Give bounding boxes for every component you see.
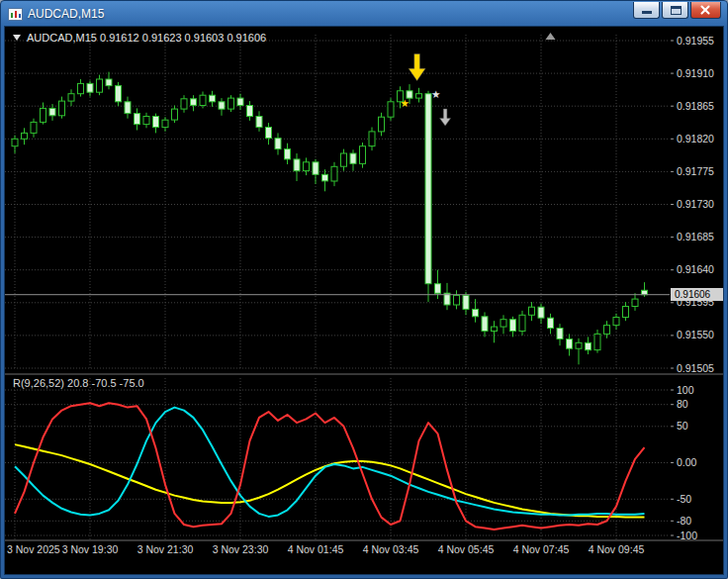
- time-axis-label: 3 Nov 23:30: [213, 543, 269, 555]
- chart-area[interactable]: 0.919550.919100.918650.918200.917750.917…: [4, 26, 724, 575]
- candle-body: [78, 83, 84, 93]
- candle-body: [181, 99, 187, 109]
- indicator-axis-label: -80: [677, 515, 691, 527]
- time-axis-label: 4 Nov 03:45: [363, 543, 419, 555]
- candle-body: [172, 109, 178, 120]
- candle-body: [116, 86, 122, 102]
- indicator-axis-label: 80: [677, 398, 688, 410]
- candle-body: [519, 315, 525, 331]
- candle-body: [275, 139, 281, 149]
- candle-body: [500, 320, 506, 327]
- titlebar[interactable]: AUDCAD,M15: [2, 2, 726, 26]
- candle-body: [576, 342, 582, 348]
- symbol-dropdown-icon[interactable]: [13, 35, 21, 41]
- ohlc-text: AUDCAD,M15 0.91612 0.91623 0.91603 0.916…: [27, 32, 266, 44]
- candle-body: [97, 79, 103, 92]
- candle-body: [482, 317, 488, 332]
- window-controls: [633, 2, 721, 19]
- candle-body: [153, 117, 159, 128]
- candle-body: [613, 318, 619, 326]
- chart-canvas: 0.919550.919100.918650.918200.917750.917…: [5, 27, 724, 575]
- price-axis-label: 0.91505: [677, 362, 714, 374]
- maximize-icon: [671, 6, 682, 15]
- time-axis-label: 4 Nov 05:45: [438, 543, 495, 555]
- time-axis-label: 4 Nov 01:45: [288, 543, 344, 555]
- candle-body: [369, 132, 375, 146]
- signal-arrow-down-silver: [440, 109, 451, 126]
- candle-body: [219, 102, 225, 109]
- maximize-button[interactable]: [662, 2, 688, 19]
- candle-body: [125, 102, 131, 114]
- candle-body: [548, 318, 554, 328]
- candle-body: [510, 320, 516, 332]
- candle-body: [87, 83, 93, 92]
- candle-body: [388, 102, 394, 117]
- candle-body: [463, 295, 469, 309]
- candle-body: [416, 94, 422, 98]
- candle-body: [200, 95, 206, 105]
- candle-body: [285, 149, 291, 159]
- candle-body: [557, 329, 563, 339]
- candle-body: [266, 128, 272, 139]
- candle-body: [31, 122, 37, 133]
- indicator-axis-label: 100: [677, 384, 694, 396]
- time-axis-label: 4 Nov 07:45: [513, 543, 570, 555]
- minimize-icon: [642, 11, 652, 14]
- chart-icon: [8, 8, 23, 21]
- candle-body: [191, 99, 197, 106]
- minimize-button[interactable]: [633, 2, 660, 19]
- price-axis-label: 0.91910: [677, 67, 714, 79]
- candle-body: [623, 307, 629, 318]
- time-axis-label: 3 Nov 2025: [7, 543, 60, 555]
- candle-body: [454, 295, 460, 305]
- candle-body: [210, 95, 216, 102]
- candle-body: [162, 120, 168, 127]
- candle-body: [247, 106, 253, 117]
- price-axis-label: 0.91775: [677, 165, 714, 177]
- time-axis-label: 3 Nov 19:30: [62, 543, 119, 555]
- close-button[interactable]: [690, 2, 721, 19]
- chart-shift-marker: [546, 33, 556, 40]
- candle-body: [313, 162, 318, 175]
- candle-body: [642, 290, 648, 294]
- candle-body: [135, 114, 140, 125]
- candle-body: [586, 342, 592, 349]
- candle-body: [538, 307, 544, 318]
- indicator-line-cyan: [15, 408, 645, 517]
- candle-body: [604, 326, 610, 335]
- candle-body: [435, 284, 441, 294]
- candle-body: [256, 117, 262, 128]
- candle-body: [22, 133, 28, 139]
- indicator-axis-label: 50: [677, 420, 688, 432]
- candle-body: [473, 309, 479, 316]
- time-axis-label: 3 Nov 21:30: [137, 543, 194, 555]
- candle-body: [567, 339, 573, 349]
- candle-body: [425, 94, 431, 284]
- candle-body: [379, 117, 385, 132]
- candle-body: [492, 327, 498, 331]
- indicator-axis-label: -50: [677, 493, 691, 505]
- candle-body: [49, 108, 55, 115]
- candle-body: [632, 299, 638, 306]
- candle-body: [350, 153, 356, 163]
- bid-price-badge: 0.91606: [671, 288, 724, 301]
- indicator-axis-label: 0.00: [677, 456, 697, 468]
- candle-body: [12, 139, 18, 145]
- signal-arrow-down-yellow: [409, 54, 425, 81]
- signal-star-white: ★: [431, 88, 440, 100]
- candle-body: [529, 307, 535, 315]
- indicator-axis-label: -100: [677, 530, 697, 541]
- candle-body: [360, 146, 366, 164]
- candle-body: [304, 162, 310, 171]
- price-axis-label: 0.91685: [677, 231, 714, 242]
- candle-body: [228, 98, 234, 109]
- candle-body: [331, 166, 337, 181]
- indicator-label: R(9,26,52) 20.8 -70.5 -75.0: [13, 377, 144, 389]
- signal-star-yellow: ★: [401, 97, 410, 109]
- candle-body: [59, 101, 65, 116]
- price-axis-label: 0.91865: [677, 100, 714, 112]
- candle-body: [594, 334, 600, 349]
- candle-body: [143, 117, 149, 125]
- price-axis-label: 0.91730: [677, 198, 714, 210]
- candle-body: [106, 79, 112, 86]
